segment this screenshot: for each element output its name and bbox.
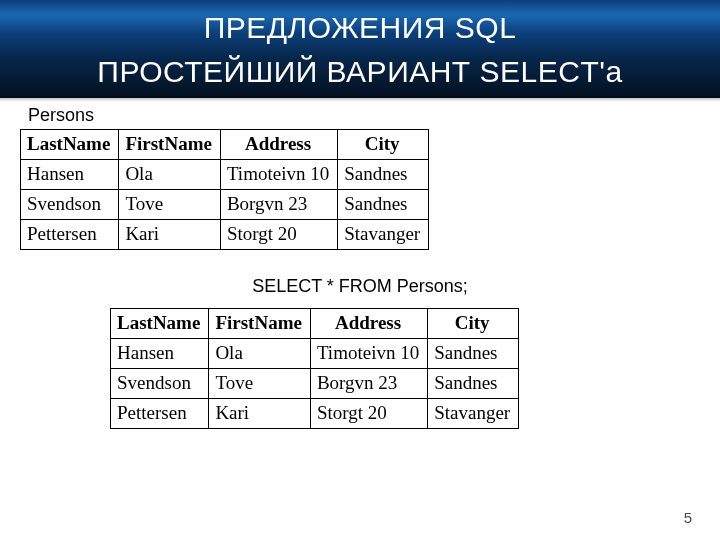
cell-city: Sandnes [338,160,429,190]
cell-address: Timoteivn 10 [310,339,427,369]
col-firstname: FirstName [119,130,221,160]
cell-lastname: Pettersen [21,220,119,250]
cell-firstname: Kari [209,399,311,429]
cell-address: Borgvn 23 [220,190,337,220]
cell-lastname: Hansen [21,160,119,190]
col-firstname: FirstName [209,309,311,339]
col-city: City [428,309,519,339]
table-row: Pettersen Kari Storgt 20 Stavanger [21,220,429,250]
table-result: LastName FirstName Address City Hansen O… [110,308,519,429]
table-row: Svendson Tove Borgvn 23 Sandnes [111,369,519,399]
col-address: Address [220,130,337,160]
title-line-1: ПРЕДЛОЖЕНИЯ SQL [204,11,517,44]
cell-firstname: Tove [119,190,221,220]
page-number: 5 [684,509,692,526]
cell-address: Borgvn 23 [310,369,427,399]
cell-address: Storgt 20 [310,399,427,429]
cell-city: Sandnes [428,369,519,399]
table-row: Hansen Ola Timoteivn 10 Sandnes [111,339,519,369]
title-line-2: ПРОСТЕЙШИЙ ВАРИАНТ SELECT'а [97,55,622,88]
table-source: LastName FirstName Address City Hansen O… [20,129,429,250]
title-banner: ПРЕДЛОЖЕНИЯ SQL ПРОСТЕЙШИЙ ВАРИАНТ SELEC… [0,0,720,98]
table-row: Pettersen Kari Storgt 20 Stavanger [111,399,519,429]
cell-firstname: Ola [119,160,221,190]
cell-firstname: Kari [119,220,221,250]
table-header-row: LastName FirstName Address City [21,130,429,160]
col-lastname: LastName [21,130,119,160]
persons-table-source: LastName FirstName Address City Hansen O… [20,129,429,250]
cell-lastname: Svendson [21,190,119,220]
cell-lastname: Hansen [111,339,209,369]
table-header-row: LastName FirstName Address City [111,309,519,339]
cell-address: Timoteivn 10 [220,160,337,190]
slide-title: ПРЕДЛОЖЕНИЯ SQL ПРОСТЕЙШИЙ ВАРИАНТ SELEC… [0,0,720,94]
cell-firstname: Ola [209,339,311,369]
cell-lastname: Svendson [111,369,209,399]
cell-city: Sandnes [338,190,429,220]
cell-firstname: Tove [209,369,311,399]
table-row: Hansen Ola Timoteivn 10 Sandnes [21,160,429,190]
cell-city: Stavanger [338,220,429,250]
table-row: Svendson Tove Borgvn 23 Sandnes [21,190,429,220]
cell-city: Sandnes [428,339,519,369]
cell-address: Storgt 20 [220,220,337,250]
cell-city: Stavanger [428,399,519,429]
cell-lastname: Pettersen [111,399,209,429]
persons-table-result: LastName FirstName Address City Hansen O… [110,308,519,429]
table-caption: Persons [28,105,94,126]
col-city: City [338,130,429,160]
col-address: Address [310,309,427,339]
sql-statement: SELECT * FROM Persons; [0,276,720,297]
col-lastname: LastName [111,309,209,339]
